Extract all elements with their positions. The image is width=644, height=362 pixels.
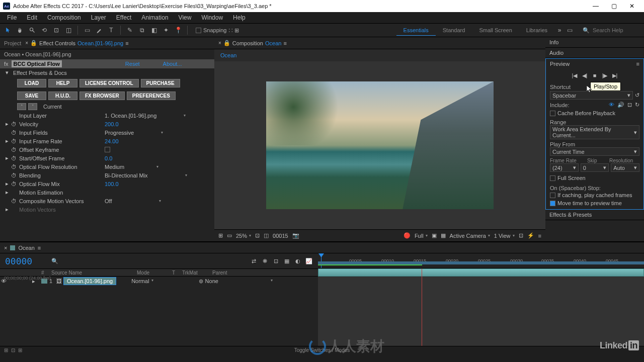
stopwatch-icon[interactable]: ⏱: [10, 198, 17, 204]
preferences-button[interactable]: PREFERENCES: [127, 92, 176, 100]
workspace-essentials[interactable]: Essentials: [396, 25, 436, 36]
col-number[interactable]: #: [39, 270, 49, 276]
brainstorm-icon[interactable]: ⊞: [18, 347, 22, 353]
close-icon[interactable]: ×: [4, 245, 7, 251]
overlay-include-icon[interactable]: ⊡: [627, 102, 632, 108]
magnification-icon[interactable]: ⊞: [218, 232, 223, 239]
roto-tool[interactable]: ✦: [161, 25, 171, 35]
stopwatch-icon[interactable]: ⏱: [10, 164, 17, 170]
audio-include-icon[interactable]: 🔊: [617, 102, 624, 108]
disclosure-arrow[interactable]: ▾: [4, 69, 10, 76]
stopwatch-icon[interactable]: ⏱: [10, 172, 17, 178]
stopwatch-icon[interactable]: ⏱: [10, 130, 17, 136]
motion-blur-icon[interactable]: ◐: [294, 257, 302, 265]
save-button[interactable]: SAVE: [17, 92, 46, 100]
menu-effect[interactable]: Effect: [111, 13, 136, 22]
grid-icon[interactable]: ▭: [227, 232, 232, 239]
preview-resolution-dropdown[interactable]: Auto▾: [611, 163, 639, 172]
hud-button[interactable]: H.U.D.: [48, 92, 77, 100]
col-trkmat[interactable]: TrkMat: [180, 270, 210, 276]
first-frame-button[interactable]: |◀: [571, 72, 578, 79]
panel-menu-icon[interactable]: ≡: [125, 40, 128, 46]
zoom-dropdown[interactable]: 25%▾: [236, 233, 251, 239]
timeline-icon[interactable]: ≡: [538, 233, 541, 239]
menu-view[interactable]: View: [174, 13, 197, 22]
nav-down-button[interactable]: ˅: [28, 103, 37, 110]
pixel-aspect-icon[interactable]: ⊡: [519, 232, 523, 239]
license-button[interactable]: LICENSE CONTROL: [79, 79, 139, 87]
panel-menu-icon[interactable]: ≡: [283, 40, 286, 46]
menu-composition[interactable]: Composition: [42, 13, 86, 22]
workspace-menu-icon[interactable]: ▭: [565, 25, 575, 35]
resolution-dropdown[interactable]: Full▾: [415, 233, 428, 239]
start-offset-value[interactable]: 0.0: [105, 155, 112, 161]
stopwatch-icon[interactable]: ⏱: [10, 155, 17, 161]
snapping-options-icon[interactable]: ⸬: [229, 27, 232, 34]
time-ruler[interactable]: 00005 00010 00015 00020 00025 00030 0003…: [318, 253, 644, 268]
snapshot-icon[interactable]: 📷: [292, 232, 299, 239]
loop-icon[interactable]: ↻: [635, 102, 639, 108]
workspace-standard[interactable]: Standard: [436, 25, 472, 35]
timeline-tab[interactable]: × Ocean ≡: [4, 245, 41, 251]
comp-flowchart-icon[interactable]: ⇄: [250, 257, 258, 265]
search-help-input[interactable]: [593, 27, 638, 33]
stopwatch-icon[interactable]: ⏱: [10, 138, 17, 144]
offset-checkbox[interactable]: [105, 147, 110, 152]
menu-file[interactable]: File: [2, 13, 22, 22]
graph-editor-icon[interactable]: 📈: [305, 257, 313, 265]
workspace-overflow[interactable]: »: [554, 25, 565, 35]
camera-dropdown[interactable]: Active Camera▾: [450, 233, 490, 239]
close-icon[interactable]: ×: [218, 40, 221, 46]
snapping-checkbox[interactable]: [196, 28, 201, 33]
menu-window[interactable]: Window: [196, 13, 228, 22]
mask-icon[interactable]: ◫: [264, 232, 269, 239]
layer-duration-bar[interactable]: [318, 268, 644, 277]
mode-dropdown[interactable]: Normal▾: [131, 278, 153, 284]
layer-search-input[interactable]: [60, 257, 151, 265]
parent-dropdown[interactable]: ⊚None▾: [199, 278, 273, 285]
load-button[interactable]: LOAD: [17, 79, 46, 87]
minimize-button[interactable]: —: [587, 0, 605, 12]
menu-layer[interactable]: Layer: [86, 13, 111, 22]
expand-icon[interactable]: ⊞: [4, 347, 8, 353]
close-icon[interactable]: ×: [25, 40, 28, 46]
clone-tool[interactable]: ⧉: [137, 25, 147, 35]
framerate-dropdown[interactable]: (24)▾: [550, 163, 579, 172]
input-fields-dropdown[interactable]: Progressive▾: [105, 130, 163, 136]
ifcaching-checkbox[interactable]: [550, 193, 555, 198]
channel-icon[interactable]: 🔴: [404, 232, 411, 239]
preview-panel-header[interactable]: Preview≡: [546, 59, 643, 69]
info-panel-header[interactable]: Info: [545, 37, 644, 47]
input-layer-dropdown[interactable]: 1. Ocean.[01-96].png▾: [105, 113, 186, 119]
next-frame-button[interactable]: |▶: [601, 72, 608, 79]
hide-shy-icon[interactable]: ⊡: [272, 257, 280, 265]
fx-toggle-icon[interactable]: fx: [4, 61, 9, 67]
playfrom-dropdown[interactable]: Current Time▾: [550, 147, 639, 156]
disclosure-arrow[interactable]: ▸: [4, 121, 10, 127]
composition-tab[interactable]: × 🔒 Composition Ocean ≡: [218, 40, 287, 46]
workspace-libraries[interactable]: Libraries: [519, 25, 554, 35]
hand-tool[interactable]: [15, 25, 25, 35]
effect-reset[interactable]: Reset: [125, 61, 140, 67]
brush-tool[interactable]: ✎: [125, 25, 135, 35]
stopwatch-icon[interactable]: ⏱: [10, 147, 17, 153]
text-tool[interactable]: T: [106, 25, 116, 35]
transparency-icon[interactable]: ▦: [441, 232, 446, 239]
velocity-value[interactable]: 200.0: [105, 121, 119, 127]
composition-viewer[interactable]: [214, 61, 545, 229]
puppet-tool[interactable]: 📍: [173, 25, 183, 35]
col-parent[interactable]: Parent: [210, 270, 229, 276]
audio-panel-header[interactable]: Audio: [545, 48, 644, 58]
disclosure-arrow[interactable]: ▸: [4, 155, 10, 161]
panel-menu-icon[interactable]: ≡: [636, 61, 639, 67]
maximize-button[interactable]: ▢: [605, 0, 623, 12]
col-t[interactable]: T: [170, 270, 180, 276]
project-tab[interactable]: Project: [4, 40, 21, 46]
purchase-button[interactable]: PURCHASE: [141, 79, 180, 87]
roi-icon[interactable]: ▣: [432, 232, 437, 239]
camera-tool[interactable]: ⊡: [51, 25, 61, 35]
framerate-value[interactable]: 24.00: [105, 138, 119, 144]
stopwatch-icon[interactable]: ⏱: [10, 121, 17, 127]
zoom-tool[interactable]: [27, 25, 37, 35]
disclosure-arrow[interactable]: ▸: [4, 189, 10, 196]
